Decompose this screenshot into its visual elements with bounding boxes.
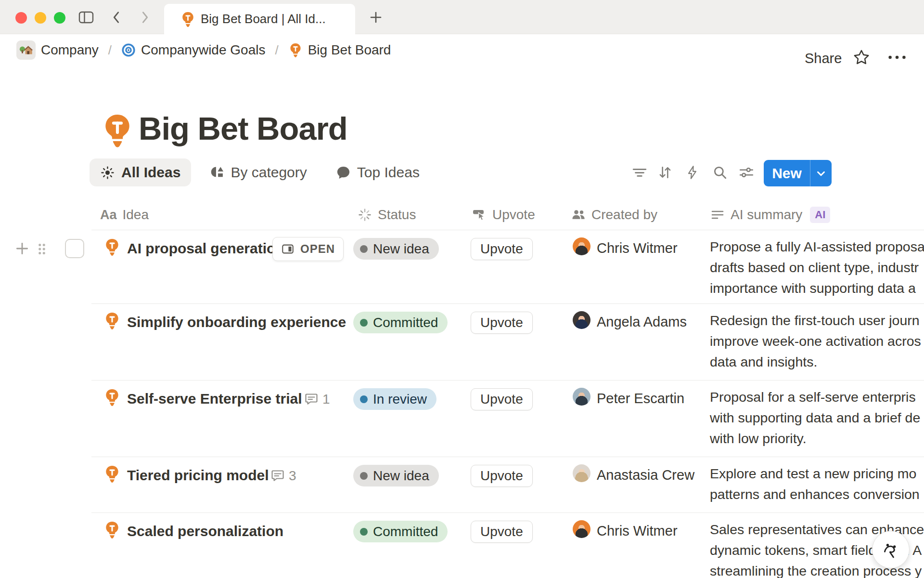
sort-icon[interactable] — [657, 165, 673, 180]
star-icon[interactable] — [853, 49, 870, 66]
comment-count[interactable]: 1 — [304, 392, 330, 407]
ai-summary-cell[interactable]: Explore and test a new pricing mopattern… — [710, 463, 924, 505]
tab-title: Big Bet Board | All Id... — [201, 12, 326, 26]
breadcrumb-label: Company — [41, 42, 99, 58]
ai-summary-line: with low priority. — [710, 428, 924, 449]
more-options-icon[interactable] — [886, 54, 908, 60]
ai-summary-cell[interactable]: Redesign the first-touch user journimpro… — [710, 310, 924, 372]
created-by-name[interactable]: Anastasia Crew — [597, 467, 694, 483]
ai-summary-line: drafts based on client type, industr — [710, 257, 924, 278]
idea-title[interactable]: Simplify onboarding experience — [127, 314, 346, 330]
upvote-button[interactable]: Upvote — [471, 388, 533, 410]
ai-cursor-icon — [872, 531, 910, 568]
column-header-label: Created by — [591, 207, 657, 223]
ai-summary-cell[interactable]: Proposal for a self-serve enterpriswith … — [710, 387, 924, 449]
add-row-button[interactable] — [14, 241, 30, 256]
status-badge[interactable]: Committed — [353, 521, 448, 542]
view-tab-all-ideas[interactable]: All Ideas — [90, 158, 191, 186]
close-window-button[interactable] — [15, 12, 27, 24]
status-badge[interactable]: Committed — [353, 312, 448, 333]
minimize-window-button[interactable] — [35, 12, 46, 24]
search-icon[interactable] — [712, 165, 728, 180]
table-row[interactable]: Self-serve Enterprise trial 1 In review … — [91, 381, 924, 457]
upvote-click-icon — [472, 208, 487, 222]
ai-summary-line: with supporting data and a brief de — [710, 407, 924, 428]
automation-icon[interactable] — [685, 165, 700, 180]
breadcrumb-item[interactable]: Big Bet Board — [285, 40, 394, 60]
status-dot — [360, 472, 368, 480]
table-row[interactable]: Scaled personalization Committed Upvote … — [91, 513, 924, 578]
avatar — [573, 520, 590, 538]
upvote-button[interactable]: Upvote — [471, 465, 533, 487]
column-header-upvote[interactable]: Upvote — [472, 200, 535, 230]
lightbulb-icon — [105, 312, 119, 329]
breadcrumb-item[interactable]: Company — [13, 39, 102, 62]
open-button-label: OPEN — [300, 242, 335, 256]
share-button[interactable]: Share — [801, 48, 846, 69]
created-by-name[interactable]: Chris Witmer — [597, 240, 678, 256]
speech-bubble-icon — [336, 165, 351, 180]
comment-icon — [270, 469, 285, 483]
status-badge[interactable]: New idea — [353, 238, 439, 260]
new-button[interactable]: New — [764, 160, 832, 186]
lightbulb-icon — [288, 43, 303, 57]
column-header-created-by[interactable]: Created by — [571, 200, 657, 230]
target-icon — [121, 43, 136, 57]
status-label: New idea — [373, 241, 429, 257]
lightbulb-icon — [105, 389, 119, 406]
status-dot — [360, 245, 368, 253]
chevron-down-icon[interactable] — [810, 167, 832, 180]
breadcrumb-item[interactable]: Companywide Goals — [118, 40, 268, 60]
upvote-button[interactable]: Upvote — [471, 312, 533, 334]
idea-title[interactable]: AI proposal generation — [127, 240, 284, 257]
table-row[interactable]: AI proposal generation OPEN New idea Upv… — [91, 230, 924, 304]
page-title[interactable]: Big Bet Board — [139, 110, 347, 147]
row-checkbox[interactable] — [65, 239, 84, 258]
breadcrumb: Company/Companywide Goals/Big Bet Board — [13, 34, 394, 66]
ai-badge: AI — [810, 207, 830, 223]
forward-chevron-icon[interactable] — [140, 11, 150, 24]
drag-handle-icon[interactable] — [37, 241, 47, 257]
ai-summary-cell[interactable]: Propose a fully AI-assisted proposadraft… — [710, 236, 924, 299]
upvote-button[interactable]: Upvote — [471, 238, 533, 260]
created-by-name[interactable]: Peter Escartin — [597, 391, 684, 407]
comment-count[interactable]: 3 — [270, 468, 296, 484]
sidebar-toggle-icon[interactable] — [78, 10, 94, 25]
new-tab-button[interactable] — [369, 10, 383, 25]
table-row[interactable]: Tiered pricing model 3 New idea Upvote A… — [91, 457, 924, 513]
column-header-idea[interactable]: AaIdea — [100, 200, 149, 230]
column-header-ai-summary[interactable]: AI summaryAI — [710, 200, 830, 230]
active-tab[interactable]: Big Bet Board | All Id... — [164, 4, 355, 34]
text-icon: Aa — [100, 208, 117, 223]
status-spinner-icon — [358, 208, 372, 222]
idea-title[interactable]: Tiered pricing model — [127, 467, 269, 484]
status-label: Committed — [373, 315, 438, 330]
idea-title[interactable]: Self-serve Enterprise trial — [127, 391, 302, 407]
filter-icon[interactable] — [632, 165, 647, 180]
created-by-name[interactable]: Chris Witmer — [597, 523, 678, 539]
avatar — [573, 237, 590, 255]
created-by-name[interactable]: Angela Adams — [597, 314, 687, 330]
idea-title[interactable]: Scaled personalization — [127, 523, 283, 539]
view-tab-label: All Ideas — [121, 164, 180, 181]
upvote-button[interactable]: Upvote — [471, 521, 533, 543]
open-button[interactable]: OPEN — [272, 237, 344, 261]
column-header-status[interactable]: Status — [358, 200, 416, 230]
view-tab-top-ideas[interactable]: Top Ideas — [325, 158, 430, 186]
zoom-window-button[interactable] — [54, 12, 65, 24]
status-label: Committed — [373, 524, 438, 539]
settings-icon[interactable] — [739, 165, 754, 180]
status-badge[interactable]: New idea — [353, 465, 439, 486]
status-label: In review — [373, 392, 427, 407]
lightbulb-icon — [105, 465, 119, 483]
status-badge[interactable]: In review — [353, 388, 436, 410]
ai-summary-line: Proposal for a self-serve enterpris — [710, 387, 924, 407]
new-button-label: New — [764, 165, 810, 182]
people-icon — [571, 208, 586, 222]
view-tab-by-category[interactable]: By category — [199, 158, 317, 186]
page-lightbulb-icon[interactable] — [103, 114, 131, 147]
breadcrumb-separator: / — [275, 43, 278, 58]
back-chevron-icon[interactable] — [112, 11, 121, 24]
table-row[interactable]: Simplify onboarding experience Committed… — [91, 304, 924, 381]
status-label: New idea — [373, 468, 429, 484]
